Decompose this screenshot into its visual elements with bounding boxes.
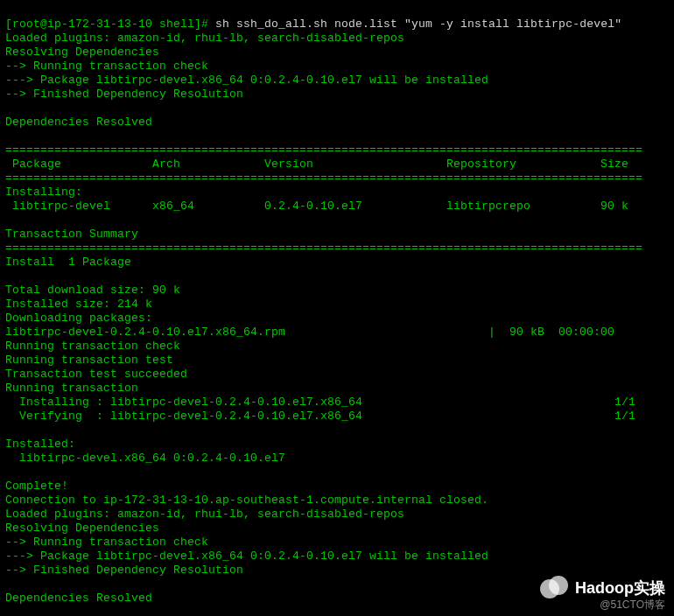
blank-line xyxy=(5,466,12,479)
output-line: --> Running transaction check xyxy=(5,536,208,549)
watermark: Hadoop实操 xyxy=(540,576,665,600)
output-line: Running transaction check xyxy=(5,340,180,353)
output-line: Running transaction test xyxy=(5,354,173,367)
divider: ========================================… xyxy=(5,144,642,157)
output-line: libtirpc-devel-0.2.4-0.10.el7.x86_64.rpm… xyxy=(5,326,614,339)
divider: ========================================… xyxy=(5,242,642,255)
output-line: --> Finished Dependency Resolution xyxy=(5,564,243,577)
blank-line xyxy=(5,270,12,283)
shell-command: sh ssh_do_all.sh node.list "yum -y insta… xyxy=(215,18,621,31)
shell-prompt: [root@ip-172-31-13-10 shell]# xyxy=(5,18,208,31)
output-line: Loaded plugins: amazon-id, rhui-lb, sear… xyxy=(5,32,404,45)
progress-line: Installing : libtirpc-devel-0.2.4-0.10.e… xyxy=(5,396,635,409)
output-line: Connection to ip-172-31-13-10.ap-southea… xyxy=(5,494,488,507)
output-line: --> Finished Dependency Resolution xyxy=(5,88,243,101)
blank-line xyxy=(5,214,12,227)
output-line: Dependencies Resolved xyxy=(5,116,152,129)
output-line: Transaction test succeeded xyxy=(5,368,187,381)
progress-line: Verifying : libtirpc-devel-0.2.4-0.10.el… xyxy=(5,410,635,423)
blank-line xyxy=(5,424,12,437)
output-line: Downloading packages: xyxy=(5,312,152,325)
output-line: Complete! xyxy=(5,480,68,493)
output-line: --> Running transaction check xyxy=(5,60,208,73)
terminal-output[interactable]: [root@ip-172-31-13-10 shell]# sh ssh_do_… xyxy=(0,0,674,616)
section-header: Installing: xyxy=(5,186,82,199)
output-line: Running transaction xyxy=(5,382,138,395)
wechat-icon xyxy=(540,576,570,600)
watermark-blog: @51CTO博客 xyxy=(600,598,665,612)
output-line: Install 1 Package xyxy=(5,256,131,269)
output-line: ---> Package libtirpc-devel.x86_64 0:0.2… xyxy=(5,74,488,87)
output-line: Loaded plugins: amazon-id, rhui-lb, sear… xyxy=(5,508,404,521)
output-line: Installed size: 214 k xyxy=(5,298,152,311)
output-line: ---> Package libtirpc-devel.x86_64 0:0.2… xyxy=(5,550,488,563)
divider: ========================================… xyxy=(5,172,642,185)
output-line: Total download size: 90 k xyxy=(5,284,180,297)
output-line: Dependencies Resolved xyxy=(5,592,152,605)
output-line: Resolving Dependencies xyxy=(5,522,159,535)
table-header: Package Arch Version Repository Size xyxy=(5,158,628,171)
table-row: libtirpc-devel x86_64 0.2.4-0.10.el7 lib… xyxy=(5,200,628,213)
output-line: Resolving Dependencies xyxy=(5,46,159,59)
watermark-brand: Hadoop实操 xyxy=(575,578,665,598)
section-header: Transaction Summary xyxy=(5,228,138,241)
section-header: Installed: xyxy=(5,438,75,451)
output-line: libtirpc-devel.x86_64 0:0.2.4-0.10.el7 xyxy=(5,452,285,465)
